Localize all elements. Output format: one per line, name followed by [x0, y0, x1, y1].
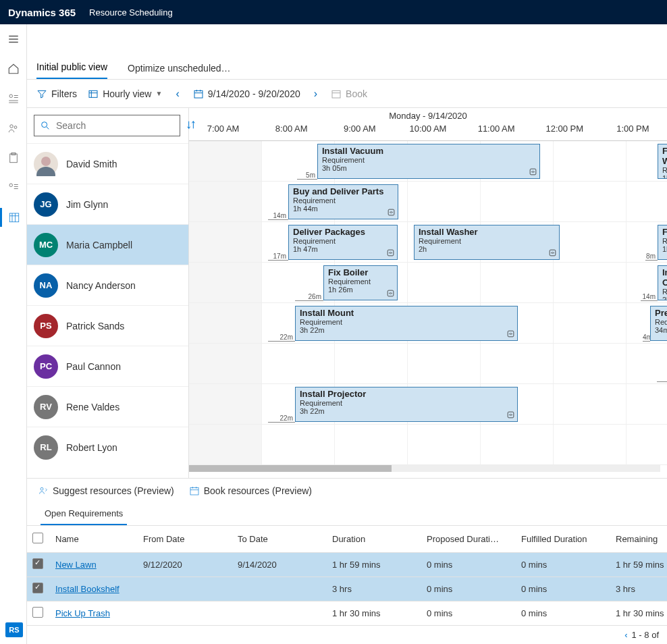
schedule-row[interactable] [189, 425, 667, 465]
requirement-name-link[interactable]: Install Bookshelf [55, 584, 119, 594]
schedule-row[interactable]: 28m [189, 344, 667, 384]
requirement-name-link[interactable]: New Lawn [55, 560, 97, 570]
booking-duration: 1h 03m [662, 174, 667, 179]
svg-point-10 [42, 122, 47, 128]
booking-title: Install Vacuum [322, 146, 535, 156]
requirement-name-link[interactable]: Pick Up Trash [55, 608, 110, 618]
travel-time-label: 22m [268, 333, 295, 342]
secondary-bar [27, 24, 667, 57]
filters-button[interactable]: Filters [36, 88, 77, 99]
booking-card[interactable]: Fix WasherRequirement1h 03m [658, 144, 667, 179]
schedule-row[interactable]: 17mDeliver PackagesRequirement1h 47mInst… [189, 222, 667, 263]
resource-name: Rene Valdes [66, 402, 119, 412]
prev-week-button[interactable]: ‹ [173, 88, 182, 100]
booking-subtitle: Requirement [662, 166, 667, 174]
hamburger-icon[interactable] [0, 30, 27, 49]
resource-item[interactable]: David Smith [27, 143, 188, 184]
pager-prev-button[interactable]: ‹ [624, 630, 627, 640]
resource-item[interactable]: MCMaria Campbell [27, 224, 188, 265]
booking-title: Deliver Packages [293, 227, 393, 237]
column-header[interactable]: Fulfilled Duration [516, 526, 610, 553]
booking-card[interactable]: Install OvenRequirement2h 14m [658, 265, 667, 300]
row-checkbox[interactable] [32, 583, 43, 593]
suggest-resources-button[interactable]: Suggest resources (Preview) [38, 485, 174, 496]
schedule-row[interactable]: 22mInstall MountRequirement3h 22m4mPreve… [189, 303, 667, 344]
booking-card[interactable]: Buy and Deliver PartsRequirement1h 44m [288, 184, 398, 219]
fulfilled-cell: 0 mins [516, 577, 610, 601]
requirement-row[interactable]: New Lawn9/12/20209/14/20201 hr 59 mins0 … [27, 553, 667, 577]
booking-card[interactable]: Fix BoilerRequirement1h 26m [323, 265, 398, 300]
person-details-icon[interactable] [0, 178, 27, 197]
svg-rect-6 [9, 213, 19, 222]
column-header[interactable]: Name [50, 526, 138, 553]
to-date-cell [232, 601, 327, 626]
resource-item[interactable]: RVRene Valdes [27, 386, 188, 427]
view-tab[interactable]: Optimize unscheduled… [128, 63, 231, 79]
app-brand: Dynamics 365 [8, 7, 76, 18]
booking-title: Install Washer [419, 227, 555, 237]
horizontal-scrollbar[interactable] [189, 465, 660, 472]
resource-item[interactable]: RLRobert Lyon [27, 427, 188, 467]
book-button: Book [331, 88, 367, 99]
tab-open-requirements[interactable]: Open Requirements [41, 503, 127, 525]
filters-label: Filters [51, 88, 77, 99]
resource-item[interactable]: PSPatrick Sands [27, 305, 188, 346]
svg-rect-15 [388, 250, 394, 256]
requirement-row[interactable]: Pick Up Trash1 hr 30 mins0 mins0 mins1 h… [27, 601, 667, 626]
view-mode-dropdown[interactable]: Hourly view ▼ [88, 88, 162, 99]
resource-item[interactable]: JGJim Glynn [27, 184, 188, 224]
column-header[interactable]: Remaining [610, 526, 667, 553]
booking-card[interactable]: Prevent…Requirement34m [650, 306, 667, 341]
booking-card[interactable]: Install VacuumRequirement3h 05m [317, 144, 540, 179]
schedule-row[interactable]: 5mInstall VacuumRequirement3h 05mFix Was… [189, 141, 667, 182]
booking-subtitle: Requirement [662, 288, 667, 296]
resource-item[interactable]: NANancy Anderson [27, 265, 188, 305]
booking-card[interactable]: Install ProjectorRequirement3h 22m [295, 387, 518, 422]
resource-item[interactable]: PCPaul Cannon [27, 346, 188, 386]
booking-card[interactable]: Deliver PackagesRequirement1h 47m [288, 225, 398, 260]
resource-search-box[interactable] [34, 115, 180, 136]
svg-point-21 [41, 487, 43, 490]
column-header[interactable]: Proposed Durati… [421, 526, 516, 553]
column-header[interactable]: To Date [232, 526, 327, 553]
view-tab[interactable]: Initial public view [36, 61, 107, 79]
booking-card[interactable]: Fix EngineRequirement1h 08m [658, 225, 667, 260]
schedule-row[interactable]: 26mFix BoilerRequirement1h 26m14mInstall… [189, 263, 667, 303]
select-all-checkbox[interactable] [32, 533, 43, 543]
book-resources-button[interactable]: Book resources (Preview) [189, 485, 312, 496]
resource-search-input[interactable] [56, 120, 174, 131]
row-checkbox[interactable] [32, 607, 43, 618]
booking-title: Fix Engine [662, 227, 667, 237]
home-icon[interactable] [0, 59, 27, 78]
schedule-row[interactable]: 22mInstall ProjectorRequirement3h 22m [189, 384, 667, 425]
time-header-cell: 11:00 AM [462, 124, 531, 140]
requirement-row[interactable]: Install Bookshelf3 hrs0 mins0 mins3 hrs [27, 577, 667, 601]
booking-duration: 1h 47m [293, 245, 393, 253]
clipboard-icon[interactable] [0, 149, 27, 167]
booking-title: Install Projector [300, 389, 513, 399]
booking-card[interactable]: Install WasherRequirement2h [414, 225, 560, 260]
people-list-icon[interactable] [0, 89, 27, 108]
schedule-board-icon[interactable] [0, 208, 27, 227]
svg-rect-13 [530, 169, 536, 175]
chevron-down-icon: ▼ [155, 90, 162, 97]
resource-name: Patrick Sands [66, 321, 124, 331]
row-checkbox[interactable] [32, 558, 43, 569]
booking-duration: 34m [655, 326, 667, 334]
svg-point-1 [9, 125, 13, 128]
next-week-button[interactable]: › [311, 88, 320, 100]
schedule-grid[interactable]: Monday - 9/14/2020 7:00 AM8:00 AM9:00 AM… [189, 108, 667, 478]
left-rail: RS [0, 24, 27, 644]
booking-duration: 1h 08m [662, 245, 667, 253]
booking-card[interactable]: Install MountRequirement3h 22m [295, 306, 518, 341]
svg-rect-14 [388, 209, 394, 215]
duration-cell: 1 hr 59 mins [327, 553, 421, 577]
column-header[interactable]: From Date [138, 526, 232, 553]
svg-rect-16 [550, 250, 556, 256]
people-icon[interactable] [0, 119, 27, 138]
date-range-picker[interactable]: 9/14/2020 - 9/20/2020 [193, 88, 300, 99]
schedule-row[interactable]: 14mBuy and Deliver PartsRequirement1h 44… [189, 182, 667, 222]
column-header[interactable]: Duration [327, 526, 421, 553]
rail-profile-badge[interactable]: RS [5, 622, 23, 637]
booking-subtitle: Requirement [322, 156, 535, 164]
